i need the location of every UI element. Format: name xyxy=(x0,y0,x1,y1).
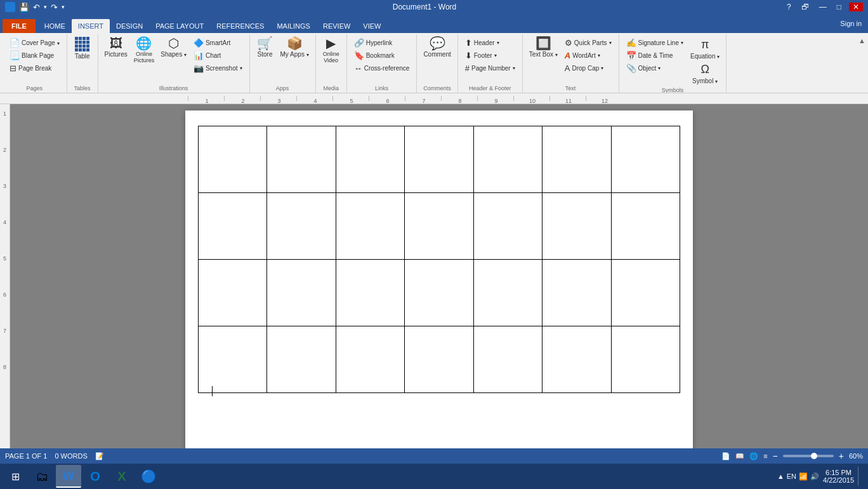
taskbar-word[interactable]: W xyxy=(56,465,81,488)
table-cell[interactable] xyxy=(542,126,611,193)
help-button[interactable]: ? xyxy=(784,3,794,11)
layout-read[interactable]: 📖 xyxy=(735,452,744,460)
cover-page-button[interactable]: 📄 Cover Page ▾ xyxy=(6,37,63,49)
my-apps-button[interactable]: 📦 My Apps ▾ xyxy=(278,36,312,59)
taskbar-chrome[interactable]: 🔵 xyxy=(136,465,161,488)
table-cell[interactable] xyxy=(267,326,336,393)
start-button[interactable]: ⊞ xyxy=(3,465,28,488)
signature-line-button[interactable]: ✍ Signature Line ▾ xyxy=(623,37,687,49)
taskbar-excel[interactable]: X xyxy=(109,465,135,488)
table-cell[interactable] xyxy=(542,193,611,260)
table-cell[interactable] xyxy=(473,326,542,393)
drop-cap-button[interactable]: A Drop Cap ▾ xyxy=(562,62,615,74)
symbol-button[interactable]: Ω Symbol ▾ xyxy=(688,62,722,86)
table-cell[interactable] xyxy=(405,126,473,193)
table-cell[interactable] xyxy=(199,260,267,326)
table-cell[interactable] xyxy=(405,260,473,326)
table-cell[interactable] xyxy=(199,326,267,393)
table-cell[interactable] xyxy=(267,193,336,260)
layout-print[interactable]: 📄 xyxy=(721,452,730,460)
table-cell[interactable] xyxy=(611,326,680,393)
page-break-button[interactable]: ⊟ Page Break xyxy=(6,62,63,74)
tray-lang[interactable]: EN xyxy=(787,472,796,480)
tab-view[interactable]: VIEW xyxy=(357,19,387,33)
tab-review[interactable]: REVIEW xyxy=(317,19,357,33)
table-cell[interactable] xyxy=(473,260,542,326)
sign-in[interactable]: Sign in xyxy=(834,17,868,30)
blank-page-button[interactable]: 📃 Blank Page xyxy=(6,50,63,62)
quick-save[interactable]: 💾 xyxy=(19,3,29,12)
table-cell[interactable] xyxy=(405,193,473,260)
table-cell[interactable] xyxy=(473,193,542,260)
table-cell[interactable] xyxy=(611,260,680,326)
tab-design[interactable]: DESIGN xyxy=(110,19,149,33)
pictures-button[interactable]: 🖼 Pictures xyxy=(102,36,130,59)
show-desktop[interactable] xyxy=(858,467,860,486)
zoom-plus[interactable]: + xyxy=(839,451,844,461)
table-cell[interactable] xyxy=(267,260,336,326)
taskbar-outlook[interactable]: O xyxy=(82,465,108,488)
zoom-slider[interactable] xyxy=(783,455,834,457)
store-button[interactable]: 🛒 Store xyxy=(254,36,277,59)
document-area[interactable] xyxy=(10,104,868,448)
tray-network[interactable]: 📶 xyxy=(799,472,808,481)
clock[interactable]: 6:15 PM 4/22/2015 xyxy=(823,469,854,484)
restore-button[interactable]: 🗗 xyxy=(799,3,812,11)
chart-button[interactable]: 📊 Chart xyxy=(190,50,246,62)
text-box-button[interactable]: 🔲 Text Box ▾ xyxy=(527,36,560,59)
bookmark-button[interactable]: 🔖 Bookmark xyxy=(351,50,413,62)
shapes-button[interactable]: ⬡ Shapes ▾ xyxy=(158,36,189,59)
quick-undo-dropdown[interactable]: ▾ xyxy=(44,4,47,10)
object-button[interactable]: 📎 Object ▾ xyxy=(623,62,687,74)
page-number-button[interactable]: # Page Number ▾ xyxy=(462,62,518,74)
quick-undo[interactable]: ↶ xyxy=(33,3,40,12)
cross-reference-button[interactable]: ↔ Cross-reference xyxy=(351,62,413,74)
header-button[interactable]: ⬆ Header ▾ xyxy=(462,37,518,49)
page-indicator[interactable]: PAGE 1 OF 1 xyxy=(5,452,47,460)
layout-outline[interactable]: ≡ xyxy=(763,452,767,460)
zoom-level[interactable]: 60% xyxy=(849,452,863,460)
wordart-button[interactable]: A WordArt ▾ xyxy=(562,50,615,62)
table-cell[interactable] xyxy=(336,126,404,193)
tab-references[interactable]: REFERENCES xyxy=(210,19,270,33)
table-cell[interactable] xyxy=(336,260,404,326)
table-cell[interactable] xyxy=(542,260,611,326)
equation-button[interactable]: π Equation ▾ xyxy=(688,37,722,61)
screenshot-button[interactable]: 📷 Screenshot ▾ xyxy=(190,62,246,74)
online-pictures-button[interactable]: 🌐 OnlinePictures xyxy=(131,36,157,65)
comment-button[interactable]: 💬 Comment xyxy=(421,36,453,59)
table-cell[interactable] xyxy=(199,193,267,260)
taskbar-explorer[interactable]: 🗂 xyxy=(29,465,55,488)
quick-redo[interactable]: ↷ xyxy=(51,3,58,12)
online-video-button[interactable]: ▶ OnlineVideo xyxy=(320,36,343,65)
table-cell[interactable] xyxy=(611,126,680,193)
word-table[interactable] xyxy=(198,126,680,393)
smartart-button[interactable]: 🔷 SmartArt xyxy=(190,37,246,49)
close-button[interactable]: ✕ xyxy=(849,3,863,11)
tab-file[interactable]: FILE xyxy=(3,19,36,33)
minimize-button[interactable]: — xyxy=(817,3,829,11)
quick-parts-button[interactable]: ⚙ Quick Parts ▾ xyxy=(562,37,615,49)
tab-insert[interactable]: INSERT xyxy=(72,19,110,33)
layout-web[interactable]: 🌐 xyxy=(749,452,758,460)
table-cell[interactable] xyxy=(405,326,473,393)
maximize-button[interactable]: □ xyxy=(834,3,844,11)
table-cell[interactable] xyxy=(199,126,267,193)
word-count[interactable]: 0 WORDS xyxy=(55,452,87,460)
ribbon-collapse[interactable]: ▲ xyxy=(858,34,865,93)
table-cell[interactable] xyxy=(336,326,404,393)
tab-home[interactable]: HOME xyxy=(38,19,72,33)
table-cell[interactable] xyxy=(542,326,611,393)
table-cell[interactable] xyxy=(267,126,336,193)
zoom-minus[interactable]: − xyxy=(773,451,778,461)
tray-arrow[interactable]: ▲ xyxy=(777,472,784,480)
footer-button[interactable]: ⬇ Footer ▾ xyxy=(462,50,518,62)
date-time-button[interactable]: 📅 Date & Time xyxy=(623,50,687,62)
table-cell[interactable] xyxy=(473,126,542,193)
document-page[interactable] xyxy=(185,111,693,448)
table-cell[interactable] xyxy=(611,193,680,260)
hyperlink-button[interactable]: 🔗 Hyperlink xyxy=(351,37,413,49)
tab-mailings[interactable]: MAILINGS xyxy=(270,19,317,33)
tray-sound[interactable]: 🔊 xyxy=(810,472,819,481)
table-button[interactable]: Table xyxy=(71,36,94,61)
